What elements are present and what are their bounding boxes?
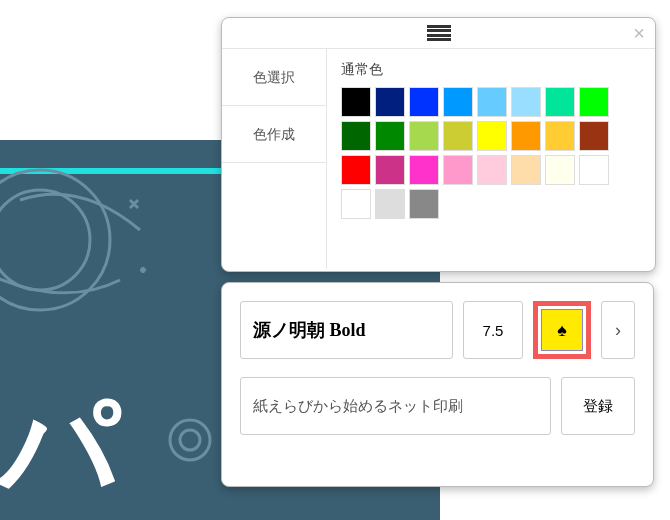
font-panel: 源ノ明朝 Bold 7.5 ♠ › 紙えらびから始めるネット印刷 登録 [221,282,654,487]
svg-point-3 [180,430,200,450]
color-swatch[interactable] [511,87,541,117]
color-swatch[interactable] [477,121,507,151]
color-swatch[interactable] [545,155,575,185]
swatch-grid [341,87,641,219]
color-swatch[interactable] [409,155,439,185]
section-label: 通常色 [341,61,641,79]
color-swatch[interactable] [409,87,439,117]
font-row: 源ノ明朝 Bold 7.5 ♠ › [240,301,635,359]
color-swatch[interactable] [579,87,609,117]
color-swatch[interactable] [477,155,507,185]
color-swatch[interactable] [579,155,609,185]
color-swatch[interactable] [477,87,507,117]
close-icon[interactable]: × [629,23,649,43]
color-tabs: 色選択 色作成 [222,49,327,269]
color-swatch[interactable] [545,121,575,151]
color-swatch[interactable] [409,121,439,151]
color-swatch[interactable] [341,189,371,219]
color-area: 通常色 [327,49,655,269]
color-swatch[interactable] [375,155,405,185]
tab-color-select[interactable]: 色選択 [222,49,326,106]
art-letters: |パ [0,367,115,520]
color-swatch[interactable] [545,87,575,117]
color-swatch[interactable] [409,189,439,219]
color-swatch[interactable] [443,155,473,185]
color-swatch[interactable] [375,189,405,219]
svg-point-1 [0,190,90,290]
tab-color-create[interactable]: 色作成 [222,106,326,163]
color-swatch[interactable] [375,121,405,151]
color-swatch[interactable] [511,121,541,151]
font-name-select[interactable]: 源ノ明朝 Bold [240,301,453,359]
register-button[interactable]: 登録 [561,377,635,435]
font-size-input[interactable]: 7.5 [463,301,523,359]
color-swatch[interactable] [341,121,371,151]
color-panel: × 色選択 色作成 通常色 [221,17,656,272]
color-swatch[interactable] [511,155,541,185]
color-swatch[interactable] [443,121,473,151]
panel-body: 色選択 色作成 通常色 [222,49,655,269]
chevron-right-icon[interactable]: › [601,301,635,359]
color-swatch[interactable] [375,87,405,117]
app-background: |パ × 色選択 色作成 通常色 源ノ明朝 Bold 7.5 ♠ › [0,0,670,520]
sample-text-input[interactable]: 紙えらびから始めるネット印刷 [240,377,551,435]
color-swatch[interactable] [341,155,371,185]
highlighted-color-button: ♠ [533,301,591,359]
color-swatch[interactable] [579,121,609,151]
color-swatch[interactable] [341,87,371,117]
menu-icon[interactable] [427,25,451,41]
sample-row: 紙えらびから始めるネット印刷 登録 [240,377,635,435]
text-color-button[interactable]: ♠ [541,309,583,351]
svg-point-2 [170,420,210,460]
panel-header: × [222,18,655,49]
color-swatch[interactable] [443,87,473,117]
